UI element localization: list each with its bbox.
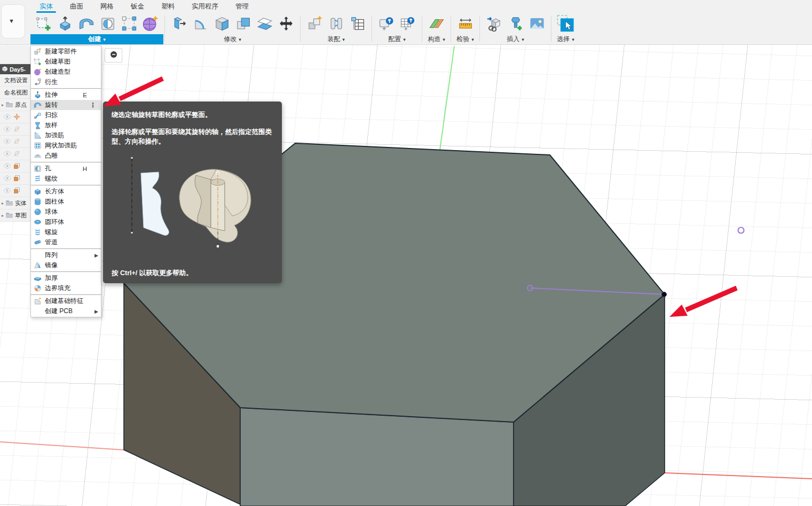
menu-item-旋转[interactable]: 旋转⋮	[31, 100, 101, 110]
menu-item-创建基础特征[interactable]: 创建基础特征	[31, 296, 101, 306]
eye-visibility-icon[interactable]	[3, 113, 13, 122]
browser-row-body-cube[interactable]	[0, 173, 30, 185]
tab-管理[interactable]: 管理	[227, 0, 257, 13]
menu-item-长方体[interactable]: 长方体	[31, 186, 101, 197]
menu-item-凸雕[interactable]: 凸雕	[31, 151, 101, 161]
ribbon-tab-bar: 实体曲面网格钣金塑料实用程序管理	[0, 0, 812, 13]
configuration-icon[interactable]	[377, 15, 395, 33]
move-icon[interactable]	[277, 15, 295, 33]
press-pull-icon[interactable]	[170, 15, 188, 33]
menu-separator	[31, 248, 101, 249]
browser-row-文档设置[interactable]: 文档设置	[0, 74, 30, 87]
tab-实用程序[interactable]: 实用程序	[183, 0, 227, 13]
menu-item-新建零部件[interactable]: 新建零部件	[31, 46, 101, 57]
measure-icon[interactable]	[456, 15, 474, 33]
bom-icon[interactable]	[349, 15, 366, 33]
tab-塑料[interactable]: 塑料	[153, 0, 183, 13]
construct-group-label[interactable]: 构造▾	[423, 34, 450, 44]
combine-icon[interactable]	[234, 15, 252, 33]
browser-row-plane-sk[interactable]	[0, 148, 30, 160]
tree-caret-icon[interactable]: ▸	[0, 103, 5, 107]
overflow-dots-icon[interactable]: ⋮	[90, 102, 96, 109]
pipe-icon	[34, 238, 42, 247]
tab-实体[interactable]: 实体	[31, 0, 61, 13]
browser-row-实体[interactable]: ▸实体	[0, 197, 30, 209]
select-icon[interactable]	[557, 15, 574, 33]
modify-group-label[interactable]: 修改▾	[166, 34, 299, 44]
hole-icon[interactable]	[99, 15, 116, 33]
eye-visibility-icon[interactable]	[3, 125, 13, 134]
tab-网格[interactable]: 网格	[92, 0, 122, 13]
menu-item-螺纹[interactable]: 螺纹	[31, 174, 101, 184]
browser-row-plane-sk[interactable]	[0, 123, 30, 136]
menu-item-衍生[interactable]: 衍生	[31, 77, 101, 87]
construct-icons-row	[423, 13, 450, 34]
shell-icon[interactable]	[213, 15, 231, 33]
browser-row-body-cube[interactable]	[0, 160, 30, 173]
browser-row-原点[interactable]: ▸原点	[0, 99, 30, 111]
insert-group-label[interactable]: 插入▾	[481, 34, 550, 44]
browser-row-body-cube[interactable]	[0, 185, 30, 197]
insert-fastener-icon[interactable]	[507, 15, 524, 33]
plane-sk-icon	[13, 137, 22, 146]
browser-row-草图[interactable]: ▸草图	[0, 209, 30, 222]
fillet-icon[interactable]	[192, 15, 209, 33]
tree-caret-icon[interactable]: ▸	[0, 213, 5, 218]
menu-item-创建造型[interactable]: 创建造型	[31, 67, 101, 77]
eye-visibility-icon[interactable]	[3, 162, 13, 171]
create-sketch-icon[interactable]	[35, 15, 52, 33]
pattern-rect-icon[interactable]	[120, 15, 138, 33]
menu-item-加厚[interactable]: 加厚	[31, 273, 101, 283]
floating-sketch-point[interactable]	[738, 228, 744, 233]
menu-item-圆环体[interactable]: 圆环体	[31, 217, 101, 227]
revolve-icon[interactable]	[77, 15, 95, 33]
menu-item-创建草图[interactable]: 创建草图	[31, 57, 101, 67]
browser-row-origin-star[interactable]	[0, 111, 30, 123]
menu-item-镜像[interactable]: 镜像	[31, 260, 101, 270]
menu-item-螺旋[interactable]: 螺旋	[31, 227, 101, 237]
browser-row-命名视图[interactable]: 命名视图	[0, 87, 30, 99]
eye-visibility-icon[interactable]	[3, 137, 13, 146]
construct-plane-icon[interactable]	[428, 15, 445, 33]
menu-item-创建 PCB[interactable]: 创建 PCB▶	[31, 306, 101, 316]
create-form-icon[interactable]	[141, 15, 159, 33]
browser-row-plane-sk[interactable]	[0, 136, 30, 148]
eye-visibility-icon[interactable]	[3, 150, 13, 159]
prism-front-face[interactable]	[240, 408, 514, 506]
offset-face-icon[interactable]	[256, 15, 273, 33]
tab-曲面[interactable]: 曲面	[61, 0, 92, 13]
tree-caret-icon[interactable]: ▸	[0, 201, 5, 206]
menu-item-管道[interactable]: 管道	[31, 237, 101, 247]
select-group-label[interactable]: 选择▾	[553, 34, 579, 44]
menu-separator	[31, 88, 101, 89]
file-menu-caret-icon[interactable]: ▼	[9, 18, 14, 24]
eye-visibility-icon[interactable]	[3, 174, 13, 183]
menu-item-圆柱体[interactable]: 圆柱体	[31, 197, 101, 207]
file-panel[interactable]: ▼	[1, 4, 25, 38]
inspect-group-label[interactable]: 检验▾	[452, 34, 478, 44]
eye-visibility-icon[interactable]	[3, 186, 13, 196]
menu-item-扫掠[interactable]: 扫掠	[31, 110, 101, 120]
new-component-icon[interactable]	[306, 15, 324, 33]
menu-item-边界填充[interactable]: 边界填充	[31, 283, 101, 293]
joint-icon[interactable]	[327, 15, 345, 33]
menu-item-球体[interactable]: 球体	[31, 207, 101, 217]
menu-item-孔[interactable]: 孔H	[31, 164, 101, 174]
assemble-group-label[interactable]: 装配▾	[302, 34, 370, 44]
configure-group-label[interactable]: 配置▾	[373, 34, 421, 44]
extrude-icon[interactable]	[56, 15, 74, 33]
insert-image-icon[interactable]	[528, 15, 546, 33]
menu-item-label: 扫掠	[45, 111, 99, 120]
create-group-label[interactable]: 创建▾	[30, 34, 163, 44]
menu-item-加强筋[interactable]: 加强筋	[31, 130, 101, 141]
menu-item-放样[interactable]: 放样	[31, 120, 101, 130]
line-end-vertex-point[interactable]	[662, 292, 667, 297]
menu-item-拉伸[interactable]: 拉伸E	[31, 90, 101, 100]
document-tab[interactable]: Day5-	[0, 64, 30, 74]
insert-derive-icon[interactable]	[485, 15, 503, 33]
tab-钣金[interactable]: 钣金	[122, 0, 153, 13]
menu-item-网状加强筋[interactable]: 网状加强筋	[31, 141, 101, 151]
collapse-button[interactable]	[105, 48, 122, 63]
menu-item-阵列[interactable]: 阵列▶	[31, 250, 101, 260]
config-table-icon[interactable]	[399, 15, 416, 33]
